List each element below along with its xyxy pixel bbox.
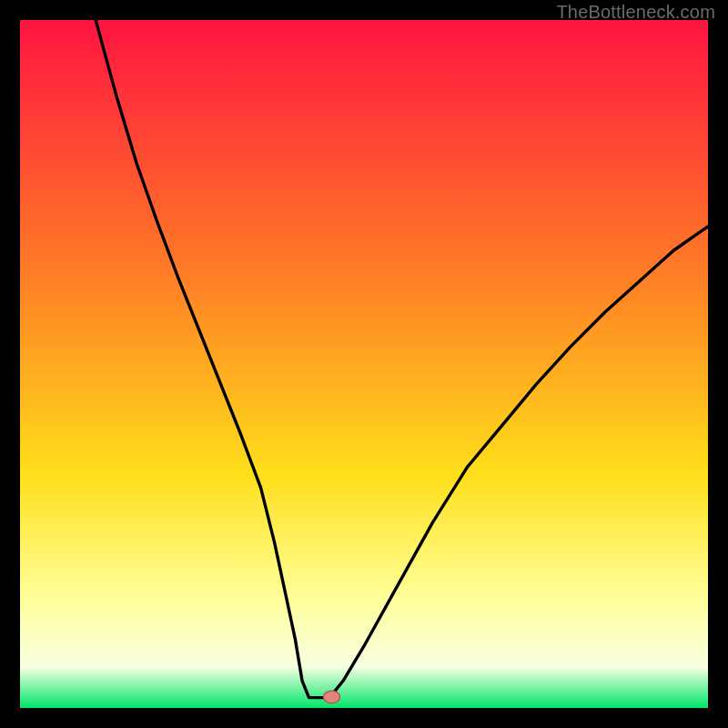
plot-area	[20, 20, 708, 708]
optimum-marker	[323, 691, 339, 703]
chart-frame: TheBottleneck.com	[0, 0, 728, 728]
chart-svg	[20, 20, 708, 708]
